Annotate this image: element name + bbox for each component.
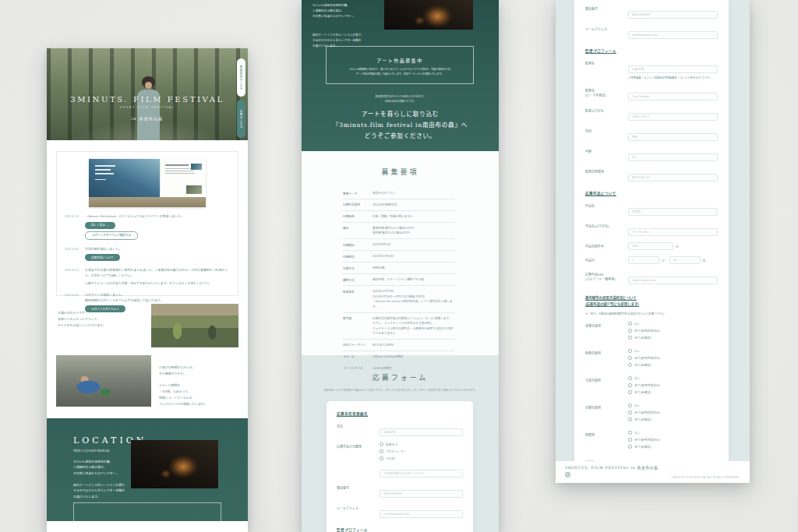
relation-option[interactable]: プロデューサー bbox=[380, 449, 463, 453]
rights-option[interactable]: あり(未確認) bbox=[628, 363, 718, 367]
hero-titles: 3MINUTS. FILM FESTIVAL SHORT FILM FESTIV… bbox=[47, 95, 248, 121]
hero-guidelines-button[interactable]: 募集要項はこちら bbox=[237, 58, 245, 97]
director-name-note: ※共同監督・ユニットの場合は共同監督名・ユニット名を入力ください bbox=[628, 76, 718, 80]
radio-icon bbox=[628, 349, 632, 353]
year-unit: 年 bbox=[676, 245, 679, 248]
radio-icon bbox=[628, 410, 632, 414]
rights-group-portrait: 肖像の使用 なし あり(使用許諾済み) あり(未確認) bbox=[585, 403, 718, 425]
rights-option[interactable]: あり(未確認) bbox=[628, 336, 718, 340]
relation-option[interactable]: 監督本人 bbox=[380, 442, 463, 446]
radio-icon bbox=[380, 449, 383, 453]
mail-input[interactable] bbox=[380, 510, 463, 518]
radio-icon bbox=[628, 376, 632, 380]
mail-input[interactable] bbox=[628, 31, 718, 39]
belong-input[interactable] bbox=[628, 174, 718, 181]
radio-icon bbox=[628, 438, 632, 442]
rights-group-music: 音楽の使用 なし あり(使用許諾済み) あり(未確認) bbox=[585, 322, 718, 343]
rights-group-trademark: 商標等 なし あり(使用許諾済み) あり(未確認) bbox=[585, 431, 718, 452]
news-instagram-button[interactable]: 公式インスタグラムで確認する bbox=[85, 231, 138, 240]
news-date: 2023.11.20 bbox=[65, 214, 85, 240]
river-kid-image bbox=[56, 355, 151, 407]
form-row-mail: メールアドレス bbox=[337, 504, 463, 518]
rights-option[interactable]: なし bbox=[628, 322, 718, 326]
location-section: LOCATION 開催地:大分県由布市 南由布の森 ゆふいん盆地の由布岳の麓、 … bbox=[47, 418, 248, 521]
form-row-relation: 応募作品との関係 監督本人 プロデューサー その他 bbox=[337, 442, 463, 477]
recruit-box-preview bbox=[73, 502, 221, 532]
radio-icon bbox=[628, 329, 632, 333]
form-row-director-kana: 監督ふりがな bbox=[585, 107, 718, 121]
form-card: 応募責任者連絡先 氏名 応募作品との関係 監督本人 プロデューサー その他 電話… bbox=[327, 401, 473, 532]
rights-note: ＊「あり」の場合は使用許諾許可をお済ませのうえご応募ください bbox=[585, 312, 718, 315]
age-input[interactable] bbox=[628, 153, 718, 161]
news-apply-button[interactable]: 応募作品について bbox=[85, 254, 120, 261]
poster-bottom-band bbox=[89, 197, 206, 207]
relation-option[interactable]: その他 bbox=[380, 456, 463, 460]
location-section-continued: ゆふいん盆地の由布岳の麓、 入場無料の上映会場は、 木の香に包まれたログシアター… bbox=[302, 0, 499, 151]
rights-group-footage: 映像の使用 なし あり(使用許諾済み) あり(未確認) bbox=[585, 349, 718, 370]
rights-option[interactable]: あり(使用許諾済み) bbox=[628, 383, 718, 387]
guideline-row: 結果発表2023年12月中旬 2024年3月16日〜3月17日に開催(予定)の … bbox=[343, 286, 455, 312]
rights-option[interactable]: なし bbox=[628, 431, 718, 435]
rights-option[interactable]: あり(未確認) bbox=[628, 390, 718, 394]
news-detail-button[interactable]: 詳しく見る → bbox=[85, 222, 115, 229]
work-year-input[interactable] bbox=[628, 242, 673, 250]
rights-option[interactable]: あり(使用許諾済み) bbox=[628, 329, 718, 333]
guideline-row: 応募作品規定3分以内の映像作品 bbox=[343, 199, 455, 211]
director-name-input[interactable] bbox=[628, 65, 718, 73]
form-row-tel: 電話番号 bbox=[337, 484, 463, 498]
hero-forest-image bbox=[47, 48, 248, 140]
radio-icon bbox=[628, 445, 632, 449]
minute-unit: 分 bbox=[662, 259, 665, 262]
rights-option[interactable]: あり(未確認) bbox=[628, 445, 718, 449]
director-kana-input[interactable] bbox=[628, 113, 718, 121]
form-row-age: 年齢 bbox=[585, 147, 718, 161]
name-input[interactable] bbox=[380, 428, 463, 436]
guideline-row: 賞金最優秀賞:賞状および賞金10万円 優秀賞:賞状および賞金3万円 bbox=[343, 223, 455, 239]
work-section-heading: 応募作品について bbox=[585, 191, 718, 196]
guideline-row: 応募締切2023年11月30日 bbox=[343, 251, 455, 262]
tel-input[interactable] bbox=[628, 11, 718, 19]
work-url-input[interactable] bbox=[628, 277, 718, 284]
rights-option[interactable]: なし bbox=[628, 376, 718, 380]
rights-option[interactable]: なし bbox=[628, 403, 718, 407]
work-kana-input[interactable] bbox=[628, 228, 718, 236]
work-title-input[interactable] bbox=[628, 208, 718, 216]
footer-copyright: ©3MINUTS. FILM FESTIVAL ALL RIGHTS RESER… bbox=[670, 476, 740, 479]
art-recruit-box: アート作品募集中 ゆふいん映像祭にあわせて、想いをこめたフィルムやフォトグラフの… bbox=[326, 46, 474, 84]
footer-brand: 3MINUTS. FILM FESTIVAL in 南由布の森 bbox=[565, 465, 740, 470]
site-location-badge: in 南由布の森 bbox=[47, 115, 248, 121]
news-text: 会場までの交通と駐車場のご案内をまとめました。ご来場の際は乗り合わせ・公共交通機… bbox=[85, 268, 230, 278]
radio-icon bbox=[628, 363, 632, 367]
gender-input[interactable] bbox=[628, 133, 718, 141]
radio-icon bbox=[628, 431, 632, 435]
site-footer: 3MINUTS. FILM FESTIVAL in 南由布の森 ©3MINUTS… bbox=[556, 461, 750, 483]
hero-apply-button[interactable]: 応募はこちら bbox=[237, 100, 245, 138]
radio-icon bbox=[628, 403, 632, 407]
form-row-work-year: 作品の制作年 年 bbox=[585, 242, 718, 250]
tel-input[interactable] bbox=[380, 490, 463, 498]
news-text: 公式サイトを開設しました。 最新情報は公式インスタグラムでも発信してまいります。 bbox=[85, 293, 230, 303]
guitar-performance-image bbox=[151, 304, 238, 347]
news-text: 『3minuts. film festival』メインビジュアル&フライヤーが完… bbox=[85, 214, 230, 220]
art-recruit-title: アート作品募集中 bbox=[327, 57, 473, 64]
director-roman-input[interactable] bbox=[628, 93, 718, 100]
application-form-section: 応募フォーム 応募作品について下記内容をご確認のうえご応募ください。スタッフより… bbox=[302, 355, 499, 532]
news-date: 2023.10.15 bbox=[65, 268, 85, 286]
form-row-mail: メールアドレス bbox=[585, 25, 718, 39]
rights-option[interactable]: あり(使用許諾済み) bbox=[628, 438, 718, 442]
news-text: 上映スケジュールは決まり次第、改めてお知らせいたします。もうしばらくお待ちくださ… bbox=[85, 281, 230, 287]
length-min-input[interactable] bbox=[628, 256, 659, 264]
guidelines-table: 募集テーマ発見やおもてなし 応募作品規定3分以内の映像作品 応募資格年齢、国籍、… bbox=[343, 188, 455, 375]
guideline-row: 撮影方法機材不問。スマートフォン撮影でも可能 bbox=[343, 274, 455, 286]
recruit-note: 参加者の受付はもう少々お待ちいただきます。 お申込みはお気軽にどうぞ。 bbox=[302, 95, 499, 104]
form-row-gender: 性別 bbox=[585, 127, 718, 141]
rights-option[interactable]: なし bbox=[628, 349, 718, 353]
relation-other-input[interactable] bbox=[380, 470, 463, 477]
rights-option[interactable]: あり(使用許諾済み) bbox=[628, 410, 718, 414]
rights-option[interactable]: あり(使用許諾済み) bbox=[628, 356, 718, 360]
instagram-icon[interactable] bbox=[565, 472, 570, 477]
news-item: 2023.10.15 会場までの交通と駐車場のご案内をまとめました。ご来場の際は… bbox=[65, 268, 230, 286]
rights-option[interactable]: あり(未確認) bbox=[628, 417, 718, 421]
length-sec-input[interactable] bbox=[669, 256, 701, 264]
site-subtitle: SHORT FILM FESTIVAL bbox=[47, 106, 248, 109]
